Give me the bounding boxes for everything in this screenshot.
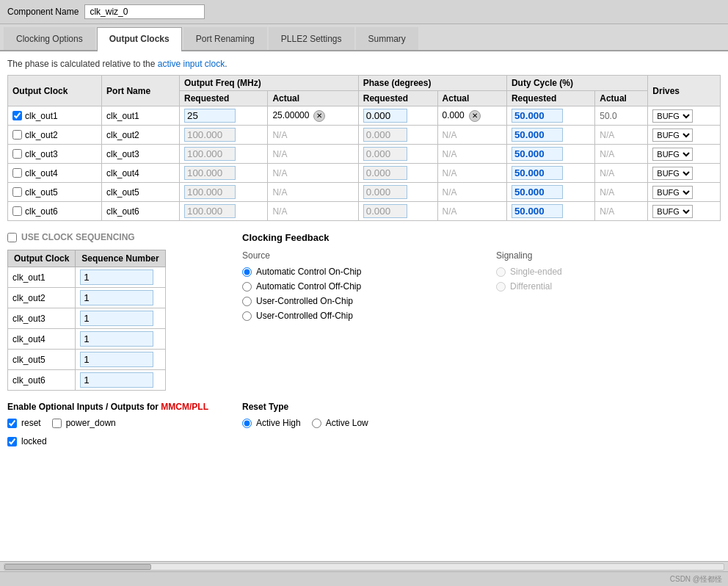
duty-req-input[interactable] [512,147,563,161]
phase-req-input[interactable] [363,147,407,161]
drives-select[interactable]: BUFG BUFR BUFH [652,167,693,180]
freq-req-input[interactable] [184,147,236,161]
seq-number-cell[interactable] [76,308,165,329]
drives-select[interactable]: BUFG BUFR BUFH [652,129,693,142]
output-clock-checkbox[interactable] [12,168,22,178]
use-clock-seq-checkbox[interactable] [7,233,17,242]
cell-drives[interactable]: BUFG BUFR BUFH [648,106,721,126]
cell-freq-req[interactable] [180,202,268,221]
freq-req-input[interactable] [184,109,236,123]
component-name-input[interactable] [84,4,205,19]
cell-duty-req[interactable] [506,183,594,202]
seq-number-input[interactable] [80,290,153,305]
cell-duty-req[interactable] [506,145,594,164]
active-low-radio[interactable] [312,419,321,428]
cell-drives[interactable]: BUFG BUFR BUFH [648,183,721,202]
cell-freq-req[interactable] [180,164,268,183]
cell-drives[interactable]: BUFG BUFR BUFH [648,164,721,183]
duty-req-input[interactable] [512,185,563,199]
cell-phase-req[interactable] [358,164,437,183]
phase-req-input[interactable] [363,109,407,123]
seq-number-cell[interactable] [76,350,165,370]
cell-freq-req[interactable] [180,126,268,145]
cell-phase-req[interactable] [358,126,437,145]
phase-note: The phase is calculated relative to the … [7,59,721,69]
duty-req-input[interactable] [512,128,563,142]
freq-actual-val: N/A [272,187,287,198]
reset-checkbox-row: reset [7,418,41,428]
source-radio-auto-off-chip[interactable] [242,282,252,292]
tab-output-clocks[interactable]: Output Clocks [97,27,182,51]
output-clock-checkbox[interactable] [12,130,22,140]
seq-number-cell[interactable] [76,329,165,350]
cell-drives[interactable]: BUFG BUFR BUFH [648,145,721,164]
seq-number-input[interactable] [80,331,153,347]
cell-duty-req[interactable] [506,106,594,126]
drives-select[interactable]: BUFG BUFR BUFH [652,148,693,161]
source-option-auto-off-chip: Automatic Control Off-Chip [242,281,467,292]
drives-select[interactable]: BUFG BUFR BUFH [652,186,693,199]
seq-number-input[interactable] [80,311,153,326]
cell-duty-req[interactable] [506,202,594,221]
seq-number-input[interactable] [80,352,153,367]
phase-req-input[interactable] [363,166,407,180]
cell-freq-actual: N/A [268,145,358,164]
source-radio-user-off-chip[interactable] [242,311,252,321]
output-clock-checkbox[interactable] [12,206,22,216]
seq-clock-name: clk_out5 [8,350,76,370]
signaling-radio-single-ended [496,267,506,277]
freq-req-input[interactable] [184,185,236,199]
seq-number-input[interactable] [80,372,153,388]
main-container: Component Name Clocking Options Output C… [0,0,728,586]
active-high-radio[interactable] [242,419,252,428]
output-clock-checkbox[interactable] [12,149,22,159]
cell-phase-req[interactable] [358,106,437,126]
power-down-checkbox[interactable] [52,419,62,428]
drives-select[interactable]: BUFG BUFR BUFH [652,109,693,123]
cell-drives[interactable]: BUFG BUFR BUFH [648,126,721,145]
source-radio-auto-on-chip[interactable] [242,267,252,277]
seq-number-input[interactable] [80,270,153,285]
active-low-label: Active Low [326,418,368,428]
th-output-clock: Output Clock [8,76,102,106]
output-clock-checkbox[interactable] [12,111,22,120]
reset-checkbox[interactable] [7,419,17,428]
horizontal-scrollbar[interactable] [0,561,728,571]
duty-req-input[interactable] [512,166,563,180]
phase-req-input[interactable] [363,128,407,142]
tab-summary[interactable]: Summary [356,27,418,50]
tab-plle2-settings[interactable]: PLLE2 Settings [269,27,354,50]
output-clock-checkbox[interactable] [12,187,22,197]
locked-checkbox[interactable] [7,437,17,446]
duty-req-input[interactable] [512,204,563,218]
tab-port-renaming[interactable]: Port Renaming [183,27,267,50]
table-row: clk_out5 clk_out5 N/A N/A N/A BUFG BUFR … [8,183,721,202]
cell-freq-req[interactable] [180,145,268,164]
cell-phase-req[interactable] [358,202,437,221]
cell-phase-req[interactable] [358,145,437,164]
freq-req-input[interactable] [184,128,236,142]
h-scroll-track[interactable] [4,563,724,571]
clear-freq-button[interactable]: ✕ [313,110,325,122]
source-radio-user-on-chip[interactable] [242,297,252,306]
cell-freq-req[interactable] [180,106,268,126]
phase-req-input[interactable] [363,185,407,199]
cell-freq-req[interactable] [180,183,268,202]
tab-clocking-options[interactable]: Clocking Options [4,27,95,50]
h-scroll-thumb[interactable] [4,564,151,570]
table-row: clk_out4 clk_out4 N/A N/A N/A BUFG BUFR … [8,164,721,183]
duty-req-input[interactable] [512,109,563,123]
freq-req-input[interactable] [184,166,236,180]
cell-phase-req[interactable] [358,183,437,202]
drives-select[interactable]: BUFG BUFR BUFH [652,205,693,218]
cell-duty-req[interactable] [506,126,594,145]
content-area[interactable]: The phase is calculated relative to the … [0,51,728,561]
seq-number-cell[interactable] [76,288,165,308]
cell-duty-req[interactable] [506,164,594,183]
clear-phase-button[interactable]: ✕ [469,110,481,122]
cell-drives[interactable]: BUFG BUFR BUFH [648,202,721,221]
freq-req-input[interactable] [184,204,236,218]
seq-number-cell[interactable] [76,267,165,288]
seq-number-cell[interactable] [76,370,165,391]
phase-req-input[interactable] [363,204,407,218]
